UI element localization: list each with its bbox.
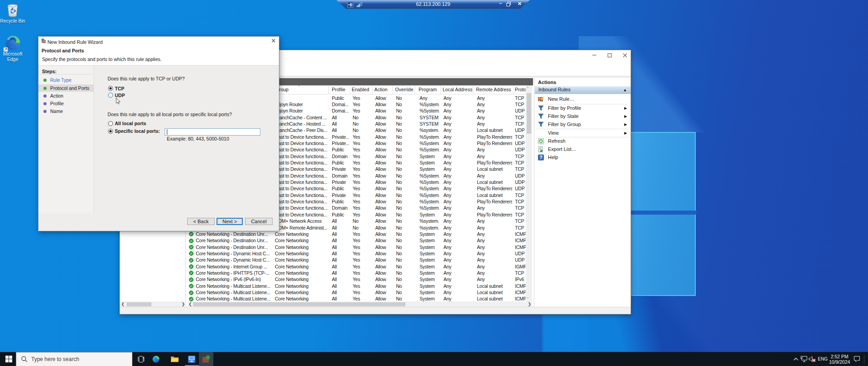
svg-text:?: ? <box>539 155 542 160</box>
